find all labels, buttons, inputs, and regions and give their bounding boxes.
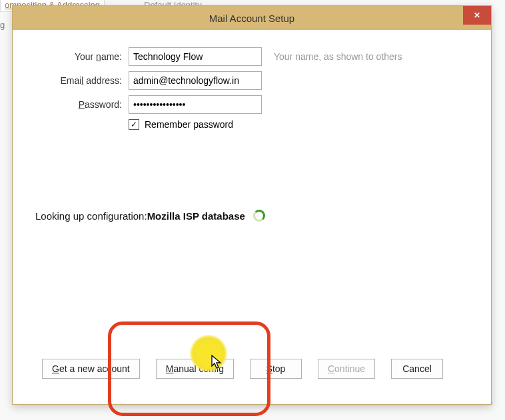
continue-button: Continue [318,359,375,379]
status-source: Mozilla ISP database [147,210,245,222]
name-hint: Your name, as shown to others [274,51,402,62]
label-password: Password: [35,99,122,110]
status-line: Looking up configuration: Mozilla ISP da… [13,210,491,222]
manual-config-button[interactable]: Manual config [156,359,234,379]
close-icon: ✕ [474,11,480,20]
cancel-button[interactable]: Cancel [391,359,443,379]
row-remember: ✓ Remember password [129,119,468,130]
get-new-account-button[interactable]: Get a new account [42,359,140,379]
label-email: Email address: [35,75,122,86]
label-name: Your name: [35,51,122,62]
close-button[interactable]: ✕ [463,6,491,25]
account-form: Your name: Your name, as shown to others… [13,30,491,147]
row-password: Password: [35,95,468,114]
button-bar: Get a new account Manual config Stop Con… [13,359,491,379]
password-input[interactable] [129,95,262,114]
remember-checkbox[interactable]: ✓ [129,119,139,130]
background-sidebar-chars: g [0,12,9,165]
window-title: Mail Account Setup [18,13,486,24]
row-name: Your name: Your name, as shown to others [35,47,468,66]
titlebar[interactable]: Mail Account Setup ✕ [13,6,491,30]
status-prefix: Looking up configuration: [35,210,147,222]
row-email: Email address: [35,71,468,90]
name-input[interactable] [129,47,262,66]
remember-label: Remember password [145,119,233,130]
mail-account-setup-dialog: Mail Account Setup ✕ Your name: Your nam… [12,5,492,405]
stop-button[interactable]: Stop [250,359,302,379]
spinner-icon [253,210,265,222]
email-input[interactable] [129,71,262,90]
